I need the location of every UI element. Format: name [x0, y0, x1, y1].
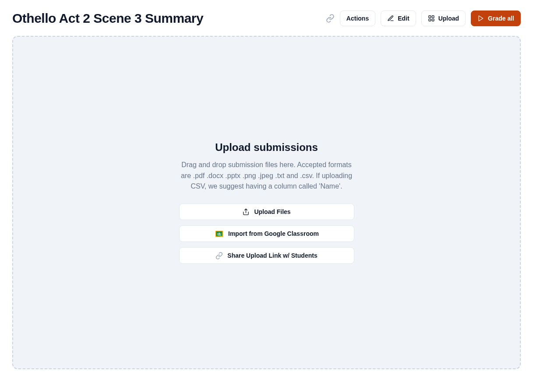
import-google-classroom-label: Import from Google Classroom	[228, 230, 319, 237]
upload-label: Upload	[438, 15, 459, 22]
actions-label: Actions	[346, 15, 369, 22]
grade-all-button[interactable]: Grade all	[471, 10, 521, 26]
grade-all-label: Grade all	[488, 15, 514, 22]
page-title: Othello Act 2 Scene 3 Summary	[12, 11, 203, 26]
link-icon	[326, 14, 335, 23]
svg-rect-3	[432, 19, 434, 21]
play-icon	[477, 15, 484, 22]
toolbar: Actions Edit Upload Grade all	[326, 10, 521, 26]
share-upload-link-button[interactable]: Share Upload Link w/ Students	[179, 247, 354, 264]
upload-description: Drag and drop submission files here. Acc…	[173, 160, 361, 192]
link-icon	[215, 252, 223, 259]
svg-point-8	[218, 233, 219, 234]
upload-files-button[interactable]: Upload Files	[179, 203, 354, 220]
import-google-classroom-button[interactable]: Import from Google Classroom	[179, 225, 354, 242]
copy-link-button[interactable]	[326, 14, 335, 23]
upload-icon	[242, 208, 250, 216]
upload-files-label: Upload Files	[254, 208, 290, 215]
svg-rect-1	[432, 16, 434, 18]
upload-heading: Upload submissions	[215, 141, 318, 154]
svg-marker-4	[479, 16, 483, 21]
svg-rect-0	[429, 16, 431, 18]
google-classroom-icon	[214, 230, 224, 238]
upload-panel: Upload submissions Drag and drop submiss…	[173, 141, 361, 264]
share-upload-link-label: Share Upload Link w/ Students	[227, 252, 317, 259]
upload-dropzone[interactable]: Upload submissions Drag and drop submiss…	[12, 36, 521, 369]
grid-icon	[428, 15, 435, 22]
svg-rect-11	[219, 236, 222, 236]
edit-icon	[387, 15, 394, 22]
upload-button[interactable]: Upload	[421, 10, 466, 26]
edit-button[interactable]: Edit	[381, 10, 416, 26]
svg-point-9	[217, 233, 218, 234]
page-header: Othello Act 2 Scene 3 Summary Actions Ed…	[12, 10, 521, 26]
edit-label: Edit	[398, 15, 409, 22]
svg-rect-2	[429, 19, 431, 21]
svg-point-10	[220, 233, 221, 234]
actions-button[interactable]: Actions	[340, 10, 375, 26]
